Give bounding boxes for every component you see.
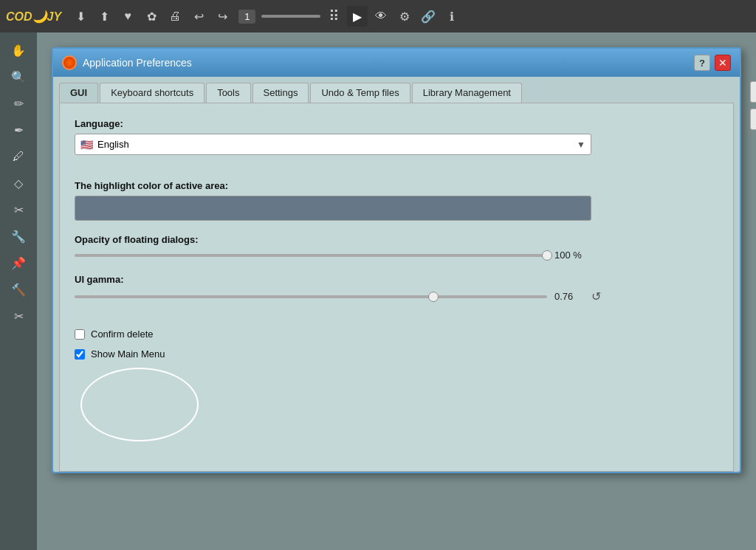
ui-gamma-slider-row: 0.76 ↺ xyxy=(75,289,718,303)
toolbar-info[interactable]: ℹ xyxy=(441,6,462,27)
tool-scissors[interactable]: ✂ xyxy=(5,304,32,328)
tab-library[interactable]: Library Management xyxy=(412,83,522,103)
opacity-slider-track[interactable] xyxy=(75,254,547,257)
ui-gamma-group: UI gamma: 0.76 ↺ xyxy=(75,274,718,303)
tool-wrench[interactable]: 🔧 xyxy=(5,224,32,248)
main-content: Application Preferences ? ✕ GUI Keyboard… xyxy=(37,32,756,550)
ui-gamma-slider-track[interactable] xyxy=(75,295,547,298)
toolbar-eye[interactable]: 👁 xyxy=(371,6,391,27)
language-select[interactable]: English xyxy=(75,134,591,155)
show-main-menu-label: Show Main Menu xyxy=(91,348,165,360)
toolbar-settings[interactable]: ⚙ xyxy=(394,6,415,27)
tabs-bar: GUI Keyboard shortcuts Tools Settings Un… xyxy=(53,77,740,103)
ui-gamma-reset-icon[interactable]: ↺ xyxy=(591,289,601,303)
confirm-delete-checkbox[interactable] xyxy=(75,329,85,340)
tool-calligraphy[interactable]: 🖊 xyxy=(5,145,32,168)
dialog-app-icon xyxy=(62,55,77,70)
opacity-slider-row: 100 % xyxy=(75,250,718,261)
highlight-color-label: The highlight color of active area: xyxy=(75,180,718,191)
confirm-delete-label: Confirm delete xyxy=(91,329,154,340)
dialog-action-buttons: OK Cancel xyxy=(750,81,756,130)
toolbar-redo[interactable]: ↪ xyxy=(212,6,233,27)
tool-pen[interactable]: ✏ xyxy=(5,92,32,115)
tool-cut[interactable]: ✂ xyxy=(5,198,32,221)
language-flag: 🇺🇸 xyxy=(80,139,93,151)
toolbar-link[interactable]: 🔗 xyxy=(418,6,439,27)
opacity-slider-thumb[interactable] xyxy=(542,250,552,261)
opacity-group: Opacity of floating dialogs: 100 % xyxy=(75,234,718,261)
tab-undo[interactable]: Undo & Temp files xyxy=(310,83,410,103)
tool-search[interactable]: 🔍 xyxy=(5,65,32,89)
tab-settings[interactable]: Settings xyxy=(252,83,309,103)
opacity-value: 100 % xyxy=(554,250,584,261)
ui-gamma-slider-thumb[interactable] xyxy=(428,292,439,302)
app-logo: COD🌙JY xyxy=(6,10,61,24)
tab-content-gui: Language: 🇺🇸 English ▼ The highlight col… xyxy=(59,103,734,472)
toolbar-hatch[interactable]: ⠿ xyxy=(323,6,344,27)
toolbar-undo[interactable]: ↩ xyxy=(188,6,209,27)
ui-gamma-label: UI gamma: xyxy=(75,274,718,285)
language-select-wrapper: 🇺🇸 English ▼ xyxy=(75,134,591,155)
show-main-menu-checkbox[interactable] xyxy=(75,349,85,360)
tab-keyboard[interactable]: Keyboard shortcuts xyxy=(100,83,205,103)
language-group: Language: 🇺🇸 English ▼ xyxy=(75,118,718,155)
tool-eraser[interactable]: ◇ xyxy=(5,171,32,195)
tab-tools[interactable]: Tools xyxy=(206,83,250,103)
toolbar-play[interactable]: ▶ xyxy=(347,6,368,27)
page-indicator: 1 xyxy=(238,10,255,24)
opacity-label: Opacity of floating dialogs: xyxy=(75,234,718,245)
left-sidebar: ✋ 🔍 ✏ ✒ 🖊 ◇ ✂ 🔧 📌 🔨 ✂ xyxy=(0,32,37,550)
tool-brush[interactable]: ✒ xyxy=(5,118,32,142)
language-label: Language: xyxy=(75,118,718,129)
cancel-button[interactable]: Cancel xyxy=(750,109,756,130)
tool-spray[interactable]: 📌 xyxy=(5,251,32,275)
circle-annotation xyxy=(80,368,199,441)
toolbar: COD🌙JY ⬇ ⬆ ♥ ✿ 🖨 ↩ ↪ 1 ⠿ ▶ 👁 ⚙ 🔗 ℹ xyxy=(0,0,756,32)
toolbar-upload[interactable]: ⬆ xyxy=(94,6,114,27)
tool-hand[interactable]: ✋ xyxy=(5,38,32,62)
show-main-menu-row: Show Main Menu xyxy=(75,348,718,360)
ok-button[interactable]: OK xyxy=(750,81,756,103)
confirm-delete-row: Confirm delete xyxy=(75,329,718,340)
dialog-close-button[interactable]: ✕ xyxy=(715,55,731,71)
dialog-titlebar: Application Preferences ? ✕ xyxy=(53,49,740,77)
toolbar-download[interactable]: ⬇ xyxy=(70,6,91,27)
toolbar-print[interactable]: 🖨 xyxy=(165,6,185,27)
zoom-slider[interactable] xyxy=(261,15,320,18)
toolbar-flower[interactable]: ✿ xyxy=(141,6,162,27)
dialog-title: Application Preferences xyxy=(83,57,192,69)
dialog-help-button[interactable]: ? xyxy=(694,55,710,71)
tool-hammer[interactable]: 🔨 xyxy=(5,278,32,301)
ui-gamma-value: 0.76 xyxy=(554,291,584,302)
preferences-dialog: Application Preferences ? ✕ GUI Keyboard… xyxy=(52,47,741,473)
dialog-title-controls: ? ✕ xyxy=(694,55,731,71)
highlight-color-group: The highlight color of active area: xyxy=(75,180,718,221)
dialog-title-left: Application Preferences xyxy=(62,55,192,70)
highlight-color-swatch[interactable] xyxy=(75,196,591,221)
tab-gui[interactable]: GUI xyxy=(59,83,98,103)
toolbar-heart[interactable]: ♥ xyxy=(117,6,138,27)
